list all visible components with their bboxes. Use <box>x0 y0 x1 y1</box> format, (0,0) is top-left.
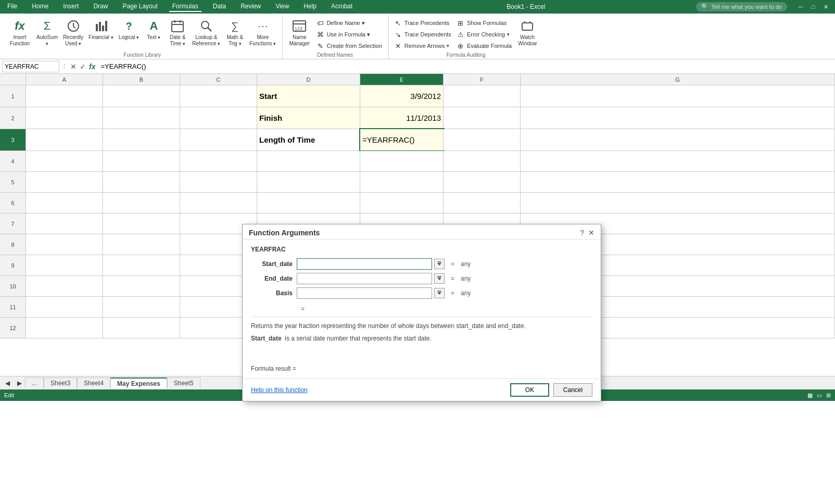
cell-D5[interactable] <box>257 172 360 192</box>
menu-data[interactable]: Data <box>210 2 229 12</box>
cell-A6[interactable] <box>26 193 103 213</box>
more-functions-button[interactable]: ⋯ MoreFunctions ▾ <box>247 17 278 48</box>
cell-A7[interactable] <box>26 213 103 234</box>
expand-icon[interactable]: ⋮ <box>61 63 67 70</box>
dialog-help-icon[interactable]: ? <box>580 229 584 237</box>
menu-page-layout[interactable]: Page Layout <box>119 2 160 12</box>
col-header-G[interactable]: G <box>521 74 835 85</box>
remove-arrows-button[interactable]: ✕ Remove Arrows ▾ <box>392 41 453 51</box>
cell-E5[interactable] <box>360 172 444 192</box>
confirm-entry-icon[interactable]: ✓ <box>79 61 87 72</box>
cell-B1[interactable] <box>103 85 180 107</box>
cell-D3[interactable]: Length of Time <box>257 129 360 150</box>
cell-A8[interactable] <box>26 234 103 255</box>
menu-review[interactable]: Review <box>237 2 264 12</box>
cell-B9[interactable] <box>103 255 180 275</box>
layout-page-icon[interactable]: ▭ <box>817 392 822 399</box>
end-date-input[interactable] <box>297 273 432 284</box>
cell-E4[interactable] <box>360 151 444 171</box>
trace-dependents-button[interactable]: ↘ Trace Dependents <box>392 29 453 40</box>
text-button[interactable]: A Text ▾ <box>142 17 165 42</box>
sheet-tab-sheet5[interactable]: Sheet5 <box>167 377 200 388</box>
row-header-4[interactable]: 4 <box>0 151 26 172</box>
cell-G5[interactable] <box>521 172 835 192</box>
cell-G3[interactable] <box>521 129 835 150</box>
cell-A10[interactable] <box>26 276 103 296</box>
row-header-12[interactable]: 12 <box>0 318 26 338</box>
cell-F5[interactable] <box>444 172 521 192</box>
cell-A1[interactable] <box>26 85 103 107</box>
sheet-tab-sheet4[interactable]: Sheet4 <box>77 377 110 388</box>
cell-D2[interactable]: Finish <box>257 107 360 129</box>
name-box[interactable] <box>2 61 59 72</box>
cell-A9[interactable] <box>26 255 103 275</box>
cell-G1[interactable] <box>521 85 835 107</box>
show-formulas-button[interactable]: ⊞ Show Formulas <box>454 18 514 28</box>
end-date-collapse-button[interactable] <box>434 273 445 284</box>
cell-B10[interactable] <box>103 276 180 296</box>
col-header-D[interactable]: D <box>257 74 360 85</box>
insert-function-button[interactable]: fx InsertFunction <box>6 17 33 48</box>
cell-G2[interactable] <box>521 107 835 129</box>
error-checking-button[interactable]: ⚠ Error Checking ▾ <box>454 29 514 40</box>
col-header-B[interactable]: B <box>103 74 180 85</box>
row-header-6[interactable]: 6 <box>0 193 26 213</box>
row-header-2[interactable]: 2 <box>0 107 26 129</box>
sheet-nav-right[interactable]: ▶ <box>14 379 25 388</box>
menu-help[interactable]: Help <box>300 2 320 12</box>
cell-B12[interactable] <box>103 318 180 338</box>
cell-D1[interactable]: Start <box>257 85 360 107</box>
close-button[interactable]: ✕ <box>820 2 831 12</box>
row-header-9[interactable]: 9 <box>0 255 26 276</box>
cell-B2[interactable] <box>103 107 180 129</box>
logical-button[interactable]: ? Logical ▾ <box>117 17 141 42</box>
cell-B7[interactable] <box>103 213 180 234</box>
dialog-cancel-button[interactable]: Cancel <box>553 383 592 397</box>
cell-F2[interactable] <box>444 107 521 129</box>
date-time-button[interactable]: Date &Time ▾ <box>166 17 189 48</box>
cell-C1[interactable] <box>180 85 257 107</box>
cell-G6[interactable] <box>521 193 835 213</box>
cell-D6[interactable] <box>257 193 360 213</box>
watch-window-button[interactable]: WatchWindow <box>515 17 540 48</box>
row-header-11[interactable]: 11 <box>0 297 26 318</box>
cell-E2[interactable]: 11/1/2013 <box>360 107 444 129</box>
cell-C4[interactable] <box>180 151 257 171</box>
menu-file[interactable]: File <box>4 2 20 12</box>
cell-B11[interactable] <box>103 297 180 317</box>
trace-precedents-button[interactable]: ↖ Trace Precedents <box>392 18 453 28</box>
cell-B6[interactable] <box>103 193 180 213</box>
insert-function-bar-icon[interactable]: fx <box>88 61 96 72</box>
menu-home[interactable]: Home <box>29 2 52 12</box>
cell-A2[interactable] <box>26 107 103 129</box>
sheet-tab-may-expenses[interactable]: May Expenses <box>110 377 167 389</box>
evaluate-formula-button[interactable]: ⊕ Evaluate Formula <box>454 41 514 51</box>
autosum-button[interactable]: Σ AutoSum▾ <box>34 17 60 48</box>
cell-B8[interactable] <box>103 234 180 255</box>
cell-E1[interactable]: 3/9/2012 <box>360 85 444 107</box>
basis-input[interactable] <box>297 287 432 299</box>
cell-B3[interactable] <box>103 129 180 150</box>
cell-C6[interactable] <box>180 193 257 213</box>
menu-insert[interactable]: Insert <box>60 2 82 12</box>
menu-acrobat[interactable]: Acrobat <box>328 2 356 12</box>
cell-C5[interactable] <box>180 172 257 192</box>
dialog-ok-button[interactable]: OK <box>510 383 549 397</box>
remove-arrows-dropdown[interactable]: ▾ <box>447 43 449 48</box>
col-header-A[interactable]: A <box>26 74 103 85</box>
cell-F4[interactable] <box>444 151 521 171</box>
start-date-collapse-button[interactable] <box>434 259 445 269</box>
financial-button[interactable]: Financial ▾ <box>86 17 116 42</box>
menu-draw[interactable]: Draw <box>90 2 111 12</box>
cell-E3[interactable]: =YEARFRAC() <box>360 129 444 150</box>
cell-F6[interactable] <box>444 193 521 213</box>
cell-F3[interactable] <box>444 129 521 150</box>
cell-F1[interactable] <box>444 85 521 107</box>
cell-A11[interactable] <box>26 297 103 317</box>
dialog-close-icon[interactable]: ✕ <box>588 229 594 237</box>
menu-view[interactable]: View <box>273 2 293 12</box>
sheet-tab-sheet3[interactable]: Sheet3 <box>44 377 77 388</box>
define-name-button[interactable]: 🏷 Define Name ▾ <box>314 18 384 28</box>
cell-B4[interactable] <box>103 151 180 171</box>
maximize-button[interactable]: □ <box>808 2 818 12</box>
